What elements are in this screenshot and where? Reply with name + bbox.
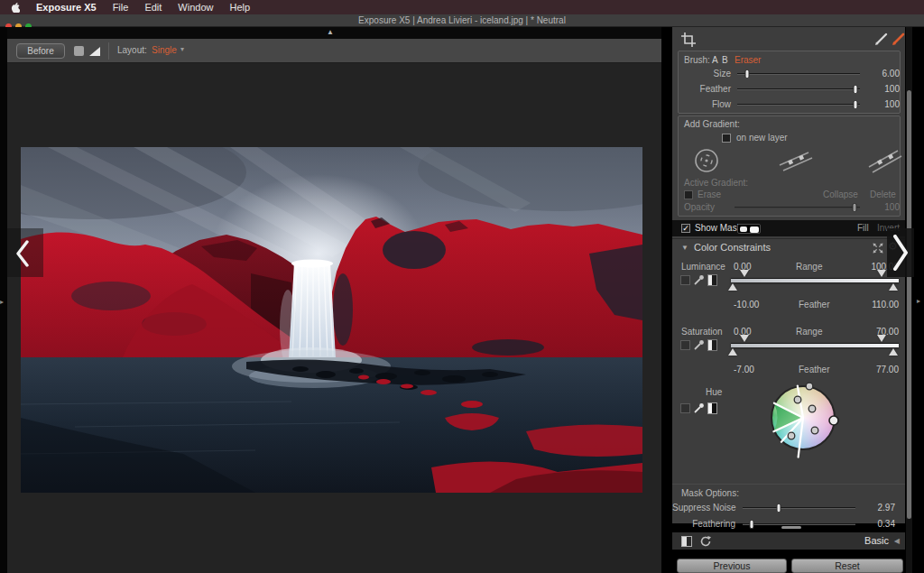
show-mask-label: Show Mask [695,223,742,233]
hue-target-icon[interactable] [680,403,690,413]
feather-slider[interactable] [737,88,860,90]
linear-gradient-tool-icon-2[interactable] [864,147,903,174]
saturation-feather-low-handle[interactable] [728,348,737,356]
brush-mode-a[interactable]: A [712,55,718,65]
prev-image-overlay[interactable] [7,228,43,277]
luminance-low-handle[interactable] [740,270,749,277]
photo-iceland-waterfall[interactable] [21,147,642,493]
cc-disclosure-icon[interactable]: ▼ [681,244,688,252]
active-gradient-title: Active Gradient: [684,178,748,188]
next-image-chevron-icon[interactable] [892,235,909,271]
feathering-slider[interactable] [743,523,855,525]
next-image-overlay[interactable] [887,228,914,277]
opacity-slider-thumb[interactable] [853,203,857,212]
crop-tool-icon[interactable] [681,32,696,47]
feathering-thumb[interactable] [750,520,754,529]
size-slider-thumb[interactable] [744,69,749,79]
brush-label: Brush: [684,55,710,65]
opacity-slider[interactable] [735,207,860,208]
suppress-noise-thumb[interactable] [777,504,781,513]
window-title: Exposure X5 | Andrea Livieri - iceland.j… [0,15,924,25]
left-panel-expand-icon[interactable]: ▸ [0,298,4,306]
saturation-feather-label: Feather [799,365,829,374]
saturation-eyedropper-icon[interactable] [693,339,705,351]
flow-slider[interactable] [737,104,860,106]
show-mask-checkbox[interactable]: ✓ [681,224,690,233]
previous-button[interactable]: Previous [677,559,787,573]
photo-render [21,147,642,493]
feather-slider-thumb[interactable] [853,85,857,94]
prev-image-chevron-icon[interactable] [15,240,30,267]
fill-button[interactable]: Fill [857,223,869,233]
brush-mode-b[interactable]: B [722,55,728,65]
luminance-feather-low-handle[interactable] [728,283,737,291]
saturation-feather-high-handle[interactable] [889,348,898,356]
before-button[interactable]: Before [16,43,65,59]
layout-dropdown-icon[interactable]: ▾ [180,45,184,53]
panel-back-icon[interactable]: ◀ [894,537,900,545]
pen-tool-icon[interactable] [874,32,889,46]
hue-eyedropper-icon[interactable] [693,402,705,414]
menu-item-file[interactable]: File [113,2,129,13]
saturation-gradient-icon[interactable] [707,339,717,351]
saturation-range-bar[interactable] [731,343,899,347]
panel-scrollbar[interactable] [906,27,912,573]
toolbar-divider [108,42,109,60]
mask-options-title: Mask Options: [681,488,739,498]
suppress-noise-slider[interactable] [743,507,855,509]
layout-value[interactable]: Single [152,45,177,55]
saturation-high-handle[interactable] [877,335,886,342]
add-gradient-title: Add Gradient: [684,119,740,129]
collapse-filmstrip-icon[interactable]: ▲ [327,28,334,36]
clipping-warning-icon[interactable] [88,45,102,57]
delete-button[interactable]: Delete [870,189,896,199]
size-slider[interactable] [737,73,860,75]
reset-button[interactable]: Reset [791,559,903,573]
menu-item-help[interactable]: Help [229,2,250,13]
apple-icon[interactable] [11,2,20,13]
luminance-eyedropper-icon[interactable] [693,274,705,286]
radial-gradient-tool-icon[interactable] [693,147,720,174]
menu-app-name[interactable]: Exposure X5 [36,2,97,13]
saturation-range-slider[interactable] [731,335,899,356]
luminance-gradient-icon[interactable] [707,274,717,286]
hue-gradient-icon[interactable] [707,402,717,414]
saturation-target-icon[interactable] [680,340,690,350]
flow-label: Flow [679,99,731,109]
panel-drag-handle[interactable] [781,526,801,529]
right-edge-strip: ▸ [912,27,924,573]
viewer-toolbar: Before Layout: Single ▾ [7,39,661,63]
luminance-high-handle[interactable] [877,270,886,277]
cc-expand-icon[interactable] [873,243,883,254]
collapse-button[interactable]: Collapse [823,189,858,199]
cc-title[interactable]: Color Constraints [694,242,771,253]
edit-panel: Brush: A B Eraser Size 6.00 Feather 100 … [672,27,905,523]
gradient-group: Add Gradient: on new layer Active Grad [678,116,901,217]
saturation-low-value: -7.00 [734,365,754,374]
saturation-low-handle[interactable] [740,335,749,342]
linear-gradient-tool-icon[interactable] [776,147,816,174]
flow-slider-thumb[interactable] [853,100,857,109]
erase-checkbox[interactable] [684,190,693,199]
hue-wheel[interactable] [771,385,836,450]
split-compare-icon[interactable] [681,536,692,547]
refresh-icon[interactable] [699,535,712,548]
size-value: 6.00 [864,69,900,79]
right-panel-expand-icon[interactable]: ▸ [917,297,920,305]
menu-item-window[interactable]: Window [178,2,213,13]
split-preview-icon[interactable] [74,46,84,56]
on-new-layer-checkbox[interactable] [722,134,731,143]
brush-tool-icon[interactable] [892,32,906,46]
feather-label: Feather [679,84,731,94]
luminance-feather-high-handle[interactable] [889,283,898,291]
brush-mode-eraser[interactable]: Eraser [735,55,761,65]
viewer-canvas: ▲ Before Layout: Single ▾ [7,27,661,573]
opacity-value: 100 [864,202,900,212]
basic-panel-bar[interactable]: Basic ◀ [672,531,905,550]
luminance-range-bar[interactable] [731,278,899,282]
menu-item-edit[interactable]: Edit [144,2,162,13]
panel-scrollbar-thumb[interactable] [907,90,911,519]
luminance-target-icon[interactable] [680,275,690,285]
mask-preview-swatch[interactable] [737,224,761,234]
luminance-range-slider[interactable] [731,270,899,291]
